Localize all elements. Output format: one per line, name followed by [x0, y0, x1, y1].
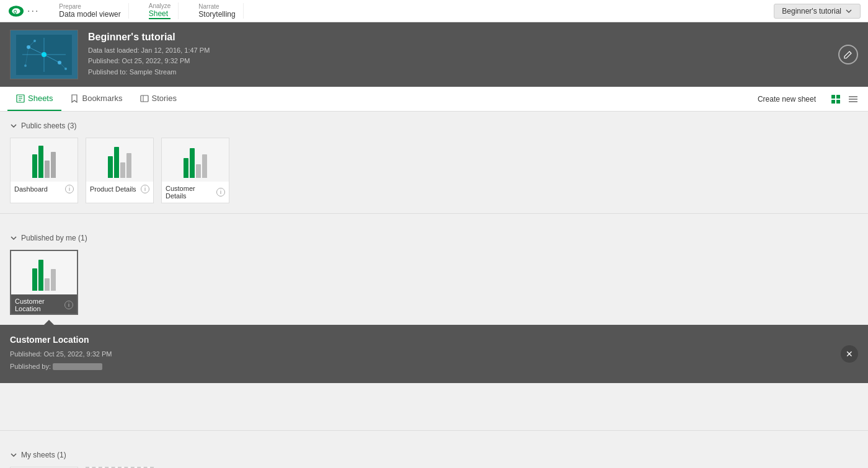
- published-by-me-grid: CustomerLocation i: [10, 250, 858, 315]
- chevron-down-icon: [10, 122, 17, 130]
- info-icon-customer-details[interactable]: i: [216, 188, 225, 196]
- bar: [38, 146, 43, 178]
- chevron-down-icon: [10, 234, 17, 242]
- prepare-label: Prepare: [59, 3, 120, 10]
- sheet-card-overlay: CustomerLocation i: [11, 294, 77, 314]
- sheet-label: Dashboard: [14, 185, 48, 193]
- public-sheets-grid: Dashboard i Product Details i: [10, 138, 858, 203]
- list-view-button[interactable]: [846, 92, 861, 107]
- spacer: [0, 383, 868, 420]
- published-by-me-header[interactable]: Published by me (1): [10, 234, 858, 242]
- app-meta: Data last loaded: Jan 12, 2016, 1:47 PM …: [88, 45, 858, 78]
- svg-point-14: [64, 68, 67, 70]
- narrate-sub: Storytelling: [198, 10, 235, 19]
- bar: [32, 268, 37, 291]
- bar: [45, 161, 50, 178]
- info-icon-customer-location[interactable]: i: [64, 301, 73, 309]
- tooltip-arrow: [44, 320, 54, 325]
- sheet-thumbnail-dashboard: [11, 138, 78, 182]
- published-by-blurred: [53, 363, 102, 370]
- tab-sheets[interactable]: Sheets: [7, 87, 61, 111]
- qlik-logo: Q ···: [7, 5, 39, 17]
- tutorial-button[interactable]: Beginner's tutorial: [774, 4, 861, 19]
- bar: [184, 158, 188, 178]
- bar: [38, 260, 43, 291]
- grid-view-button[interactable]: [828, 92, 843, 107]
- chevron-down-icon: [845, 7, 852, 15]
- tab-stories[interactable]: Stories: [131, 87, 185, 111]
- published-to: Published to: Sample Stream: [88, 67, 858, 78]
- sheet-label-row: Dashboard i: [11, 182, 78, 196]
- tab-stories-label: Stories: [152, 94, 177, 103]
- info-icon-product-details[interactable]: i: [141, 185, 149, 193]
- public-sheets-section: Public sheets (3) Dashboard i: [0, 112, 868, 203]
- svg-rect-21: [141, 95, 148, 102]
- tab-bookmarks-label: Bookmarks: [82, 94, 122, 103]
- nav-prepare[interactable]: Prepare Data model viewer: [51, 3, 128, 19]
- sheets-icon: [16, 94, 25, 103]
- sheet-label: CustomerLocation: [15, 298, 45, 312]
- tooltip-close-button[interactable]: ✕: [841, 345, 858, 363]
- sheet-thumbnail-customer-location: [11, 251, 77, 294]
- create-new-sheet-button[interactable]: Create new sheet: [753, 95, 821, 104]
- divider-2: [0, 430, 868, 431]
- sheet-card-customer-details[interactable]: Customer Details i: [161, 138, 229, 203]
- grid-icon: [831, 94, 841, 104]
- bar: [202, 154, 207, 178]
- sheet-card-customer-location[interactable]: CustomerLocation i: [10, 250, 78, 315]
- divider-1: [0, 213, 868, 214]
- svg-rect-25: [831, 100, 835, 104]
- data-last-loaded: Data last loaded: Jan 12, 2016, 1:47 PM: [88, 45, 858, 56]
- bar-group: [108, 147, 131, 178]
- svg-rect-23: [831, 95, 835, 99]
- edit-button[interactable]: [838, 45, 858, 64]
- tab-sheets-label: Sheets: [28, 94, 53, 103]
- sheet-label-row: Customer Details i: [162, 182, 229, 203]
- app-thumbnail: [10, 30, 78, 79]
- public-sheets-header[interactable]: Public sheets (3): [10, 121, 858, 130]
- top-nav: Q ··· Prepare Data model viewer Analyze …: [0, 0, 868, 22]
- svg-rect-26: [836, 100, 840, 104]
- tooltip-arrow-container: [0, 315, 868, 325]
- narrate-label: Narrate: [198, 3, 235, 10]
- content-area: Public sheets (3) Dashboard i: [0, 112, 868, 468]
- nav-dots[interactable]: ···: [27, 6, 39, 17]
- sheet-card-product-details[interactable]: Product Details i: [86, 138, 154, 203]
- bar: [190, 148, 195, 178]
- tooltip-published: Published: Oct 25, 2022, 9:32 PM: [10, 348, 858, 361]
- tooltip-published-by: Published by:: [10, 361, 858, 373]
- my-sheets-section: My sheets (1) Private sheet – sample i: [0, 441, 868, 468]
- bar: [196, 164, 201, 178]
- bar-group: [32, 146, 56, 178]
- bar: [51, 152, 56, 178]
- bar: [108, 156, 113, 178]
- list-icon: [848, 94, 858, 104]
- bar: [114, 147, 119, 178]
- tab-bookmarks[interactable]: Bookmarks: [61, 87, 131, 111]
- info-icon-dashboard[interactable]: i: [65, 185, 74, 193]
- sheet-label: Product Details: [90, 185, 136, 193]
- prepare-sub: Data model viewer: [59, 10, 120, 19]
- stories-icon: [140, 94, 149, 103]
- nav-narrate[interactable]: Narrate Storytelling: [191, 3, 243, 19]
- bookmark-icon: [70, 94, 79, 103]
- bar: [32, 154, 37, 178]
- app-info: Beginner's tutorial Data last loaded: Ja…: [88, 32, 858, 78]
- sheet-thumbnail-customer-details: [162, 138, 229, 182]
- svg-text:Q: Q: [14, 9, 17, 14]
- nav-analyze[interactable]: Analyze Sheet: [141, 2, 179, 19]
- public-sheets-label: Public sheets (3): [21, 121, 76, 130]
- sheet-label: Customer Details: [166, 185, 216, 200]
- my-sheets-label: My sheets (1): [21, 451, 66, 459]
- published-date: Published: Oct 25, 2022, 9:32 PM: [88, 56, 858, 67]
- tooltip-panel: Customer Location Published: Oct 25, 202…: [0, 325, 868, 383]
- bar: [120, 162, 125, 178]
- sheet-card-dashboard[interactable]: Dashboard i: [10, 138, 78, 203]
- analyze-label: Analyze: [149, 2, 171, 9]
- bar-group: [32, 260, 56, 291]
- my-sheets-header[interactable]: My sheets (1): [10, 451, 858, 459]
- close-icon: ✕: [846, 349, 853, 359]
- bar: [126, 153, 131, 178]
- app-header: Beginner's tutorial Data last loaded: Ja…: [0, 22, 868, 87]
- view-toggle: [828, 92, 861, 107]
